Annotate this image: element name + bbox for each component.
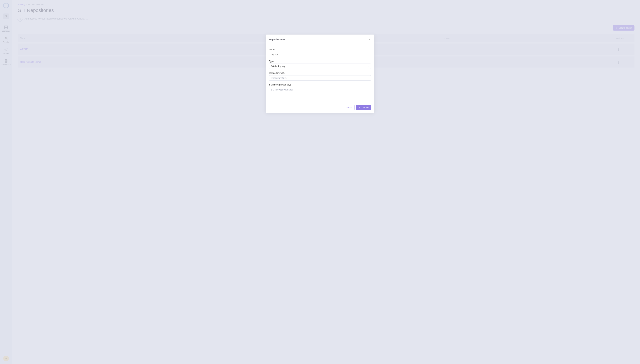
type-label: Type xyxy=(269,60,371,62)
ssh-key-label: SSH key (private key) xyxy=(269,84,371,86)
plus-icon: ＋ xyxy=(358,106,361,109)
field-name: Name xyxy=(269,48,371,57)
field-repository-url: Repository URL xyxy=(269,72,371,81)
ssh-key-textarea[interactable] xyxy=(269,87,371,97)
name-label: Name xyxy=(269,48,371,51)
create-label: Create xyxy=(362,106,368,109)
modal-footer: Cancel ＋ Create xyxy=(266,102,374,113)
field-type: Type Git deploy key ⌄ xyxy=(269,60,371,69)
create-button[interactable]: ＋ Create xyxy=(356,105,371,110)
cancel-button[interactable]: Cancel xyxy=(342,105,354,110)
repository-url-input[interactable] xyxy=(269,75,371,81)
cancel-label: Cancel xyxy=(345,106,352,109)
modal-title: Repository URL xyxy=(269,38,286,41)
close-icon: ✕ xyxy=(368,38,370,41)
name-input[interactable] xyxy=(269,52,371,57)
repository-url-label: Repository URL xyxy=(269,72,371,74)
modal-header: Repository URL ✕ xyxy=(266,34,374,44)
field-ssh-key: SSH key (private key) xyxy=(269,84,371,98)
type-select[interactable]: Git deploy key xyxy=(269,64,371,69)
modal-overlay[interactable]: Repository URL ✕ Name Type Git deploy ke… xyxy=(0,0,640,364)
repository-url-modal: Repository URL ✕ Name Type Git deploy ke… xyxy=(266,34,374,113)
modal-body: Name Type Git deploy key ⌄ Repository UR… xyxy=(266,44,374,102)
close-button[interactable]: ✕ xyxy=(367,38,371,42)
